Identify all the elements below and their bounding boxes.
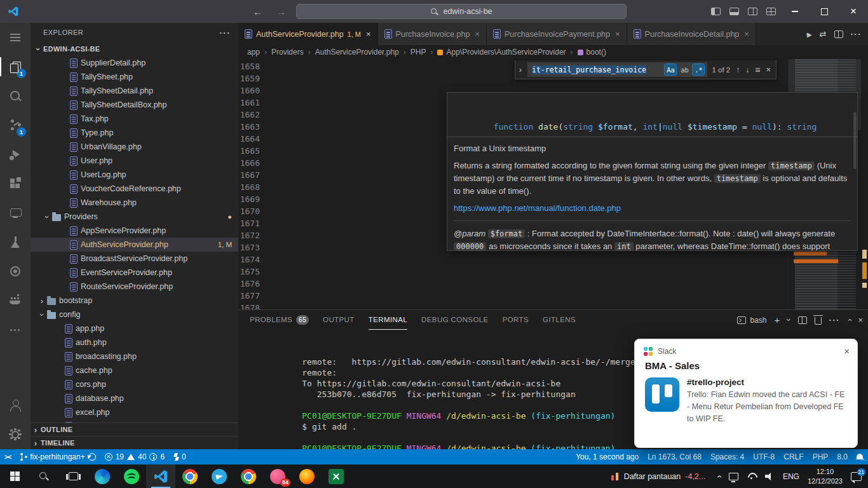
close-window-button[interactable] bbox=[839, 0, 868, 23]
status-item[interactable]: PHP bbox=[808, 449, 833, 464]
terminal-dropdown-icon[interactable] bbox=[787, 315, 790, 325]
compare-changes-icon[interactable] bbox=[820, 29, 827, 39]
breadcrumb-item[interactable]: Providers bbox=[260, 48, 304, 57]
breadcrumb-item[interactable]: boot() bbox=[566, 48, 606, 57]
network-icon[interactable] bbox=[729, 473, 738, 480]
find-next-icon[interactable] bbox=[744, 65, 750, 74]
settings-gear-icon[interactable] bbox=[0, 420, 31, 449]
toggle-secondary-sidebar-icon[interactable] bbox=[748, 8, 757, 15]
tree-item[interactable]: SupplierDetail.php bbox=[31, 56, 238, 70]
taskbar-spotify-icon[interactable] bbox=[117, 464, 146, 488]
taskbar-vscode-icon[interactable] bbox=[146, 464, 175, 488]
accounts-icon[interactable] bbox=[0, 391, 31, 420]
clock[interactable]: 12:10 12/12/2023 bbox=[808, 467, 843, 485]
tree-item[interactable]: config bbox=[31, 308, 238, 322]
taskbar-firefox-icon[interactable] bbox=[292, 464, 322, 488]
panel-tab[interactable]: PROBLEMS 65 bbox=[250, 310, 309, 330]
tree-item[interactable]: VoucherCodeReference.php bbox=[31, 182, 238, 196]
breadcrumb-item[interactable]: PHP bbox=[399, 48, 426, 57]
run-php-file-icon[interactable] bbox=[807, 29, 812, 39]
status-item[interactable]: You, 1 second ago bbox=[571, 449, 643, 464]
close-tab-icon[interactable] bbox=[475, 29, 480, 39]
hover-scrollbar[interactable] bbox=[853, 112, 857, 169]
new-terminal-icon[interactable] bbox=[774, 315, 780, 325]
tree-item[interactable]: app.php bbox=[31, 322, 238, 336]
slack-notification-toast[interactable]: Slack BMA - Sales #trello-project Trello… bbox=[634, 339, 858, 448]
breadcrumb-item[interactable]: app bbox=[247, 48, 260, 57]
status-item[interactable]: Ln 1673, Col 68 bbox=[643, 449, 706, 464]
docker-icon[interactable] bbox=[0, 286, 31, 315]
tree-item[interactable]: RouteServiceProvider.php bbox=[31, 280, 238, 294]
tree-item[interactable]: Warehouse.php bbox=[31, 196, 238, 210]
status-item[interactable]: 8.0 bbox=[832, 449, 852, 464]
search-view-icon[interactable] bbox=[0, 81, 31, 111]
maximize-panel-icon[interactable] bbox=[848, 315, 850, 325]
find-in-selection-icon[interactable] bbox=[754, 65, 761, 75]
tree-item[interactable]: TallySheetDetailBox.php bbox=[31, 98, 238, 112]
find-toggle[interactable]: .* bbox=[692, 64, 705, 76]
tree-item[interactable]: BroadcastServiceProvider.php bbox=[31, 252, 238, 266]
language-indicator[interactable]: ENG bbox=[783, 472, 799, 481]
command-center-search[interactable]: edwin-acsi-be bbox=[296, 4, 627, 19]
breadcrumb-item[interactable]: AuthServiceProvider.php bbox=[304, 48, 399, 57]
problems-indicator[interactable]: 19 40 6 bbox=[100, 449, 169, 464]
toggle-panel-icon[interactable] bbox=[729, 8, 739, 15]
taskbar-edge-icon[interactable] bbox=[88, 464, 117, 488]
tree-item[interactable]: Tax.php bbox=[31, 112, 238, 126]
find-previous-icon[interactable] bbox=[735, 65, 741, 74]
breadcrumb-item[interactable]: App\Providers\AuthServiceProvider bbox=[426, 48, 566, 57]
find-input[interactable]: it-retail_purchase_invoice Aaab.* bbox=[527, 62, 707, 77]
maximize-button[interactable] bbox=[810, 0, 839, 23]
status-item[interactable]: UTF-8 bbox=[749, 449, 779, 464]
action-center-icon[interactable]: 21 bbox=[851, 472, 862, 481]
close-tab-icon[interactable] bbox=[366, 29, 371, 39]
taskbar-mail-icon[interactable]: 84 bbox=[263, 464, 292, 488]
tree-item[interactable]: cors.php bbox=[31, 377, 238, 391]
split-terminal-icon[interactable] bbox=[798, 316, 807, 324]
find-toggle[interactable]: ab bbox=[678, 64, 691, 76]
tree-item[interactable]: excel.php bbox=[31, 405, 238, 419]
editor-more-actions-icon[interactable] bbox=[851, 29, 862, 39]
rest-client-icon[interactable] bbox=[0, 257, 31, 286]
editor-tab[interactable]: PurchaseInvoice.php bbox=[378, 23, 487, 45]
remote-indicator[interactable] bbox=[0, 449, 15, 464]
tree-item[interactable]: AppServiceProvider.php bbox=[31, 224, 238, 238]
close-notification-icon[interactable] bbox=[844, 346, 850, 356]
panel-tab[interactable]: OUTPUT bbox=[323, 310, 355, 330]
tree-item[interactable]: UserLog.php bbox=[31, 168, 238, 182]
volume-icon[interactable] bbox=[765, 472, 775, 480]
sidebar-section[interactable]: TIMELINE bbox=[31, 436, 238, 449]
panel-tab[interactable]: TERMINAL bbox=[369, 310, 407, 330]
taskbar-chrome-2-icon[interactable] bbox=[234, 464, 263, 488]
kill-terminal-icon[interactable] bbox=[815, 317, 822, 325]
minimize-button[interactable] bbox=[780, 0, 810, 23]
find-toggle[interactable]: Aa bbox=[664, 64, 677, 76]
editor-tab[interactable]: PurchaseInvoiceDetail.php bbox=[627, 23, 756, 45]
status-item[interactable]: CRLF bbox=[779, 449, 808, 464]
taskbar-chrome-icon[interactable] bbox=[175, 464, 205, 488]
nav-back-icon[interactable] bbox=[249, 5, 266, 18]
task-view-icon[interactable] bbox=[58, 464, 88, 488]
source-control-icon[interactable]: 1 bbox=[0, 111, 31, 140]
toggle-replace-icon[interactable] bbox=[517, 65, 524, 74]
editor-tab[interactable]: AuthServiceProvider.php 1, M bbox=[238, 23, 378, 45]
wifi-icon[interactable] bbox=[747, 472, 757, 480]
split-editor-icon[interactable] bbox=[834, 30, 843, 38]
tree-item[interactable]: broadcasting.php bbox=[31, 349, 238, 363]
project-root-folder[interactable]: EDWIN-ACSI-BE bbox=[31, 42, 238, 56]
taskbar-excel-icon[interactable] bbox=[322, 464, 351, 488]
tree-item[interactable]: cache.php bbox=[31, 363, 238, 377]
panel-more-actions-icon[interactable] bbox=[829, 315, 841, 325]
menu-icon[interactable] bbox=[0, 23, 31, 52]
customize-layout-icon[interactable] bbox=[766, 8, 776, 15]
close-tab-icon[interactable] bbox=[615, 29, 620, 39]
start-button[interactable] bbox=[0, 464, 29, 488]
terminal-shell-label[interactable]: bash bbox=[750, 316, 766, 325]
nav-forward-icon[interactable] bbox=[273, 5, 290, 18]
tree-item[interactable]: User.php bbox=[31, 154, 238, 168]
editor-tab[interactable]: PurchaseInvoicePayment.php bbox=[487, 23, 627, 45]
tree-item[interactable]: TallySheetDetail.php bbox=[31, 84, 238, 98]
stocks-widget[interactable]: Daftar pantauan -4,2... bbox=[607, 472, 710, 481]
branch-indicator[interactable]: fix-perhitungan+ bbox=[15, 449, 100, 464]
close-panel-icon[interactable] bbox=[858, 315, 863, 325]
